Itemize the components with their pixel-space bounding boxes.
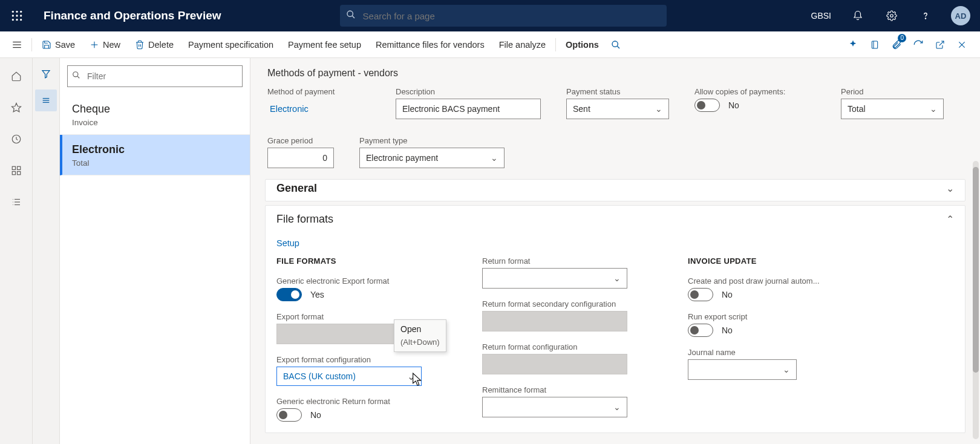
return-secondary-input	[482, 311, 627, 331]
global-search-input[interactable]	[340, 5, 667, 27]
svg-line-19	[617, 46, 619, 48]
copilot-icon[interactable]	[842, 31, 864, 58]
svg-line-22	[939, 41, 944, 45]
nav-toggle-icon[interactable]	[5, 31, 29, 58]
refresh-icon[interactable]	[907, 31, 929, 58]
field-label: Period	[841, 87, 944, 96]
generic-export-toggle[interactable]	[276, 288, 302, 301]
svg-rect-28	[17, 166, 20, 169]
product-name: Finance and Operations Preview	[44, 9, 221, 22]
settings-icon[interactable]	[880, 0, 904, 31]
field-label: Allow copies of payments:	[694, 87, 815, 96]
svg-point-9	[347, 11, 353, 16]
filter-icon[interactable]	[35, 63, 57, 85]
search-icon	[346, 10, 356, 22]
period-select[interactable]: Total ⌄	[841, 99, 944, 119]
payment-fee-setup-button[interactable]: Payment fee setup	[281, 31, 368, 58]
file-analyze-button[interactable]: File analyze	[492, 31, 553, 58]
svg-rect-29	[12, 172, 15, 175]
chevron-down-icon: ⌄	[783, 365, 790, 374]
svg-point-5	[20, 15, 22, 16]
filter-search-icon	[72, 71, 80, 82]
svg-point-1	[16, 11, 18, 13]
svg-line-42	[77, 76, 79, 78]
chevron-down-icon: ⌄	[613, 273, 621, 283]
attachments-icon[interactable]: 0	[886, 31, 907, 58]
journal-name-select[interactable]: ⌄	[688, 359, 797, 380]
chevron-down-icon: ⌄	[946, 183, 954, 194]
field-label: Journal name	[688, 348, 845, 357]
svg-point-18	[612, 41, 618, 47]
chevron-up-icon: ⌃	[946, 214, 954, 225]
svg-point-6	[12, 19, 14, 21]
rail-modules-icon[interactable]	[4, 191, 28, 213]
close-icon[interactable]	[951, 31, 973, 58]
setup-link[interactable]: Setup	[276, 238, 299, 248]
return-format-select[interactable]: ⌄	[482, 268, 627, 289]
export-format-input	[276, 324, 422, 344]
remittance-files-button[interactable]: Remittance files for vendors	[368, 31, 492, 58]
list-item[interactable]: Cheque Invoice	[60, 94, 250, 135]
delete-button[interactable]: Delete	[128, 31, 181, 58]
field-label: Description	[396, 87, 541, 96]
allow-copies-value: No	[728, 100, 739, 110]
return-config-input	[482, 354, 627, 374]
scrollbar-thumb[interactable]	[973, 167, 979, 373]
rail-home-icon[interactable]	[4, 65, 28, 87]
svg-line-10	[352, 16, 354, 18]
svg-rect-27	[12, 166, 15, 169]
list-item-title: Electronic	[72, 143, 240, 156]
options-button[interactable]: Options	[558, 31, 606, 58]
allow-copies-toggle[interactable]	[694, 99, 720, 112]
create-post-toggle[interactable]	[688, 288, 713, 301]
save-button[interactable]: Save	[34, 31, 82, 58]
field-label: Payment status	[566, 87, 669, 96]
app-launcher-icon[interactable]	[5, 0, 29, 31]
svg-point-4	[16, 15, 18, 16]
method-of-payment-value[interactable]: Electronic	[267, 99, 370, 119]
popout-icon[interactable]	[929, 31, 951, 58]
rail-favorites-icon[interactable]	[4, 97, 28, 119]
new-button[interactable]: New	[82, 31, 128, 58]
rail-workspaces-icon[interactable]	[4, 160, 28, 181]
scrollbar[interactable]	[973, 161, 979, 439]
svg-point-12	[925, 18, 926, 19]
general-fasttab-header[interactable]: General ⌄	[266, 180, 965, 201]
field-label: Create and post draw journal autom...	[688, 276, 845, 286]
svg-point-2	[20, 11, 22, 13]
payment-type-select[interactable]: Electronic payment ⌄	[359, 148, 505, 168]
list-mode-icon[interactable]	[35, 90, 57, 111]
grace-period-input[interactable]: 0	[267, 148, 334, 168]
field-label: Generic electronic Return format	[276, 397, 446, 406]
field-label: Grace period	[267, 136, 334, 145]
help-icon[interactable]	[913, 0, 938, 31]
chevron-down-icon: ⌄	[655, 104, 662, 114]
description-input[interactable]: Electronic BACS payment	[396, 99, 541, 119]
payment-specification-button[interactable]: Payment specification	[181, 31, 281, 58]
list-item[interactable]: Electronic Total	[60, 135, 250, 175]
svg-point-8	[20, 19, 22, 21]
chevron-down-icon: ⌄	[491, 153, 498, 163]
company-code[interactable]: GBSI	[811, 11, 831, 21]
generic-export-value: Yes	[310, 290, 324, 299]
generic-return-toggle[interactable]	[276, 408, 302, 422]
filter-input[interactable]	[67, 65, 243, 87]
field-label: Export format	[276, 312, 446, 321]
attachments-badge: 0	[898, 34, 906, 42]
export-config-select[interactable]: BACS (UK custom) ⌄	[276, 367, 422, 386]
svg-point-0	[12, 11, 14, 13]
list-item-subtitle: Total	[72, 158, 240, 168]
rail-recent-icon[interactable]	[4, 128, 28, 150]
file-formats-fasttab-header[interactable]: File formats ⌃	[266, 206, 965, 233]
notifications-icon[interactable]	[846, 0, 870, 31]
field-label: Method of payment	[267, 87, 370, 96]
action-search-icon[interactable]	[606, 31, 626, 58]
remittance-format-select[interactable]: ⌄	[482, 397, 627, 417]
create-post-value: No	[722, 290, 733, 299]
generic-return-value: No	[310, 410, 321, 420]
run-export-toggle[interactable]	[688, 324, 713, 337]
payment-status-select[interactable]: Sent ⌄	[566, 99, 669, 119]
office-icon[interactable]	[864, 31, 886, 58]
svg-point-7	[16, 19, 18, 21]
avatar[interactable]: AD	[951, 6, 970, 25]
